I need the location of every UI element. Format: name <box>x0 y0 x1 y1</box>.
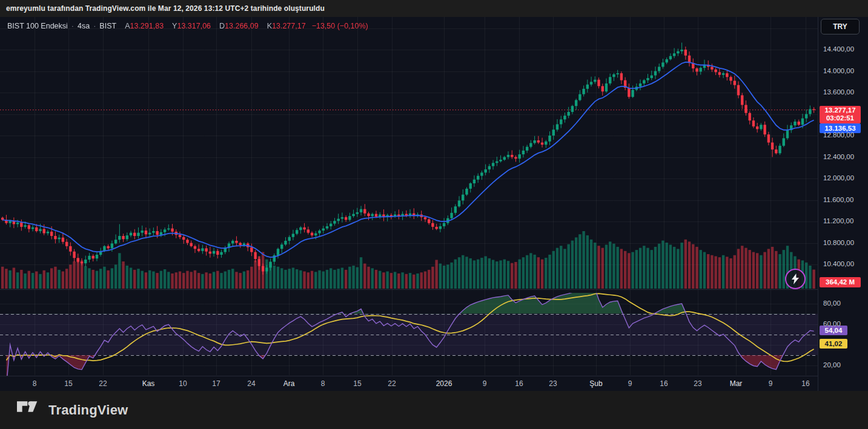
price-axis-tick: 12.800,00 <box>823 131 854 139</box>
legend-separator: · <box>71 22 74 30</box>
last-price-label: 13.277,17 03:02:51 <box>820 106 861 123</box>
time-axis-tick: 9 <box>483 379 487 388</box>
time-axis-tick: 22 <box>388 379 396 388</box>
legend-separator: · <box>93 22 96 30</box>
price-axis-tick: 12.000,00 <box>823 174 854 182</box>
currency-toggle-button[interactable]: TRY <box>821 19 860 34</box>
volume-value-label: 364,42 M <box>820 277 861 287</box>
time-axis-tick: 9 <box>628 379 632 388</box>
ohlc-open: A13.291,83 <box>125 22 164 30</box>
ohlc-high: Y13.317,06 <box>172 22 211 30</box>
price-axis-tick: 11.200,00 <box>823 217 853 224</box>
time-axis-tick: 23 <box>694 379 701 388</box>
rsi-ma-value-label: 41,02 <box>820 339 847 349</box>
time-axis-tick: 16 <box>660 379 668 388</box>
symbol-title: BIST 100 Endeksi <box>7 22 68 30</box>
attribution-bar: emreyumlu tarafından TradingView.com ile… <box>0 0 868 17</box>
instant-order-lightning-button[interactable] <box>785 269 806 289</box>
ohlc-close: K13.277,17 <box>267 22 306 30</box>
time-axis-tick: 2026 <box>436 379 452 388</box>
bar-countdown: 03:02:51 <box>820 114 861 123</box>
footer-bar: TradingView <box>0 391 868 429</box>
price-axis-tick: 12.400,00 <box>823 153 854 160</box>
rsi-axis-tick: 60,00 <box>823 320 841 327</box>
price-axis-tick: 14.400,00 <box>823 45 854 53</box>
time-axis-tick: 8 <box>321 379 325 388</box>
time-axis-tick: 17 <box>212 379 220 388</box>
time-scale-axis[interactable]: 81522Kas101724Ara81522202691623Şub91623M… <box>0 376 818 391</box>
time-axis-tick: 16 <box>515 379 523 388</box>
price-scale-axis[interactable]: TRY 13.277,17 03:02:51 13.136,53 364,42 … <box>818 17 868 391</box>
price-change: −13,50 (−0,10%) <box>312 22 368 30</box>
price-axis-tick: 10.800,00 <box>823 239 854 246</box>
time-axis-tick: 9 <box>769 379 773 388</box>
price-axis-tick: 13.600,00 <box>823 88 854 96</box>
time-axis-tick: 15 <box>64 379 72 388</box>
time-axis-tick: 24 <box>247 379 255 388</box>
price-axis-tick: 11.600,00 <box>823 196 853 203</box>
rsi-axis-tick: 80,00 <box>823 300 841 307</box>
lightning-bolt-icon <box>790 273 800 284</box>
time-axis-tick: 10 <box>179 379 187 388</box>
time-axis-tick: 23 <box>549 379 557 388</box>
chart-area[interactable]: BIST 100 Endeksi · 4sa · BIST A13.291,83… <box>0 17 868 391</box>
tradingview-logo-icon <box>17 401 41 419</box>
time-axis-tick: 15 <box>353 379 361 388</box>
time-axis-tick: Mar <box>730 379 743 388</box>
price-axis-tick: 10.400,00 <box>823 260 854 267</box>
time-axis-tick: Şub <box>589 379 602 388</box>
symbol-legend[interactable]: BIST 100 Endeksi · 4sa · BIST A13.291,83… <box>7 21 368 31</box>
time-axis-tick: Ara <box>283 379 295 388</box>
ohlc-low: D13.266,09 <box>219 22 259 30</box>
price-axis-tick: 14.000,00 <box>823 67 854 74</box>
time-axis-tick: 8 <box>33 379 37 388</box>
symbol-exchange: BIST <box>99 22 116 30</box>
rsi-axis-tick: 20,00 <box>823 361 841 368</box>
time-axis-tick: 16 <box>801 379 809 388</box>
symbol-interval: 4sa <box>78 22 90 30</box>
time-axis-tick: Kas <box>142 379 155 388</box>
tradingview-logo[interactable]: TradingView <box>17 401 128 419</box>
tradingview-logo-text: TradingView <box>48 402 128 418</box>
price-rsi-chart-canvas[interactable] <box>0 17 818 376</box>
time-axis-tick: 22 <box>99 379 107 388</box>
attribution-text: emreyumlu tarafından TradingView.com ile… <box>6 4 325 13</box>
